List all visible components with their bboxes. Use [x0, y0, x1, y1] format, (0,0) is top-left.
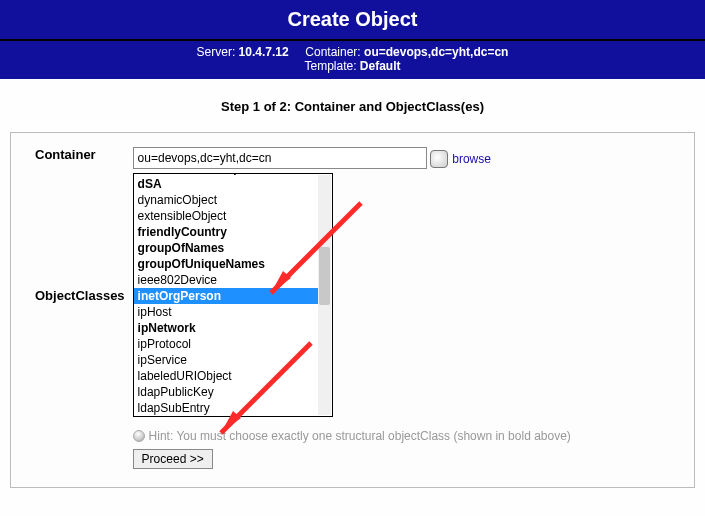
scrollbar[interactable] — [318, 175, 331, 415]
list-item[interactable]: groupOfUniqueNames — [134, 256, 320, 272]
container-label: Container: — [305, 45, 360, 59]
server-value: 10.4.7.12 — [239, 45, 289, 59]
scrollbar-thumb[interactable] — [319, 247, 330, 305]
browse-link[interactable]: browse — [452, 152, 491, 166]
template-label: Template: — [304, 59, 356, 73]
objectclasses-listbox[interactable]: domainRelatedObjectdSAdynamicObjectexten… — [133, 173, 333, 417]
template-value: Default — [360, 59, 401, 73]
list-item[interactable]: inetOrgPerson — [134, 288, 320, 304]
container-input[interactable] — [133, 147, 427, 169]
hint-text: Hint: You must choose exactly one struct… — [149, 429, 571, 443]
container-field-label: Container — [31, 145, 129, 171]
hint-icon — [133, 430, 145, 442]
list-item[interactable]: ipHost — [134, 304, 320, 320]
list-item[interactable]: friendlyCountry — [134, 224, 320, 240]
list-item[interactable]: dSA — [134, 176, 320, 192]
list-item[interactable]: ipService — [134, 352, 320, 368]
proceed-button[interactable]: Proceed >> — [133, 449, 213, 469]
server-label: Server: — [197, 45, 236, 59]
list-item[interactable]: ldapSubEntry — [134, 400, 320, 416]
container-value: ou=devops,dc=yht,dc=cn — [364, 45, 508, 59]
browse-icon[interactable] — [430, 150, 448, 168]
form-panel: Container browse ObjectClasses domainRel… — [10, 132, 695, 488]
list-item[interactable]: labeledURIObject — [134, 368, 320, 384]
list-item[interactable]: groupOfNames — [134, 240, 320, 256]
list-item[interactable]: dynamicObject — [134, 192, 320, 208]
list-item[interactable]: ipProtocol — [134, 336, 320, 352]
list-item[interactable]: ieee802Device — [134, 272, 320, 288]
list-item[interactable]: ldapPublicKey — [134, 384, 320, 400]
objectclasses-label: ObjectClasses — [31, 171, 129, 419]
step-heading: Step 1 of 2: Container and ObjectClass(e… — [0, 79, 705, 132]
page-title: Create Object — [0, 0, 705, 41]
list-item[interactable]: extensibleObject — [134, 208, 320, 224]
info-bar: Server: 10.4.7.12 Container: ou=devops,d… — [0, 41, 705, 79]
list-item[interactable]: ipNetwork — [134, 320, 320, 336]
